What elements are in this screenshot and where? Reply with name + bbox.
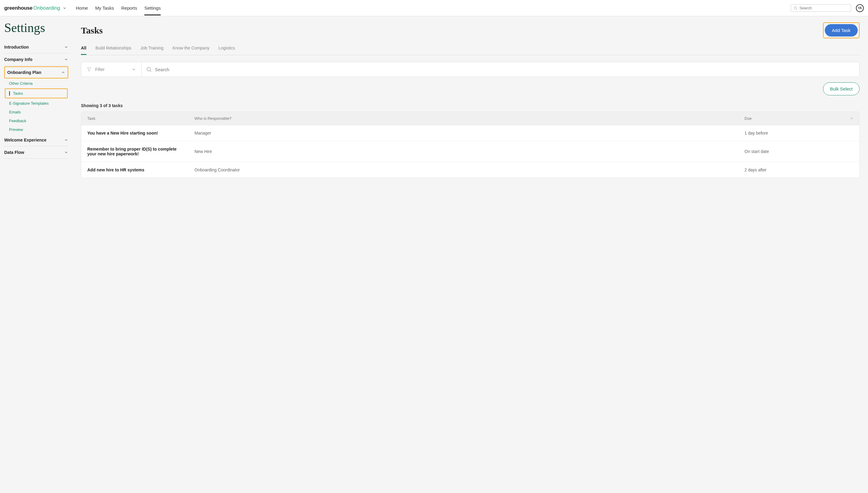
task-search-input[interactable] — [155, 67, 855, 72]
svg-line-4 — [150, 71, 151, 72]
logo-main-text: greenhouse — [4, 5, 32, 11]
sidebar-tasks-label: Tasks — [9, 91, 67, 95]
nav-right: YA — [791, 4, 864, 12]
tab-logistics[interactable]: Logistics — [218, 46, 235, 55]
table-row[interactable]: Remember to bring proper ID(S) to comple… — [81, 141, 859, 162]
filter-dropdown[interactable]: Filter — [81, 62, 142, 77]
tab-know-the-company[interactable]: Know the Company — [173, 46, 209, 55]
chevron-down-icon — [64, 45, 68, 49]
tasks-table: Task Who is Responsible? Due You have a … — [81, 112, 860, 178]
cell-due: 1 day before — [739, 125, 859, 141]
sidebar-preview[interactable]: Preview — [4, 125, 68, 134]
sidebar-data-flow[interactable]: Data Flow — [4, 146, 68, 159]
chevron-up-icon — [61, 70, 65, 74]
sidebar-emails[interactable]: Emails — [4, 108, 68, 116]
task-search[interactable] — [142, 62, 859, 77]
global-search-input[interactable] — [800, 6, 850, 10]
bulk-select-button[interactable]: Bulk Select — [823, 82, 860, 95]
cell-task: Remember to bring proper ID(S) to comple… — [81, 141, 188, 162]
logo[interactable]: greenhouse Onboarding — [4, 5, 67, 11]
nav-my-tasks[interactable]: My Tasks — [95, 1, 114, 15]
page-title: Settings — [4, 21, 68, 35]
sidebar-welcome-experience[interactable]: Welcome Experience — [4, 134, 68, 146]
sidebar-welcome-experience-label: Welcome Experience — [4, 137, 46, 143]
bulk-row: Bulk Select — [81, 82, 860, 95]
col-due[interactable]: Due — [739, 112, 859, 125]
tab-build-relationships[interactable]: Build Relationships — [96, 46, 132, 55]
search-icon — [793, 6, 798, 10]
svg-point-0 — [794, 7, 796, 9]
sidebar-data-flow-label: Data Flow — [4, 150, 24, 155]
filter-row: Filter — [81, 62, 860, 77]
cell-responsible: Manager — [188, 125, 739, 141]
table-row[interactable]: Add new hire to HR systems Onboarding Co… — [81, 162, 859, 178]
sort-asc-icon — [850, 117, 853, 120]
cell-due: On start date — [739, 141, 859, 162]
sidebar: Settings Introduction Company Info Onboa… — [0, 16, 73, 184]
chevron-down-icon — [64, 138, 68, 142]
global-search[interactable] — [791, 4, 851, 12]
sidebar-company-info-label: Company Info — [4, 57, 32, 62]
sidebar-tasks[interactable]: Tasks — [5, 88, 68, 98]
table-header: Task Who is Responsible? Due — [81, 112, 859, 125]
tab-job-training[interactable]: Job Training — [140, 46, 163, 55]
cell-responsible: New Hire — [188, 141, 739, 162]
tab-all[interactable]: All — [81, 46, 86, 55]
top-nav: greenhouse Onboarding Home My Tasks Repo… — [0, 0, 868, 16]
results-count: Showing 3 of 3 tasks — [81, 103, 860, 108]
add-task-highlight: Add Task — [823, 22, 860, 38]
cell-due: 2 days after — [739, 162, 859, 178]
filter-label: Filter — [95, 67, 128, 72]
sidebar-company-info[interactable]: Company Info — [4, 53, 68, 66]
cell-task: Add new hire to HR systems — [81, 162, 188, 178]
nav-reports[interactable]: Reports — [121, 1, 137, 15]
avatar[interactable]: YA — [856, 4, 864, 12]
nav-links: Home My Tasks Reports Settings — [76, 1, 161, 15]
main-title: Tasks — [81, 25, 103, 36]
table-row[interactable]: You have a New Hire starting soon! Manag… — [81, 125, 859, 141]
sidebar-onboarding-plan[interactable]: Onboarding Plan — [4, 66, 68, 79]
logo-sub-text: Onboarding — [33, 5, 60, 11]
cell-responsible: Onboarding Coordinator — [188, 162, 739, 178]
sidebar-onboarding-plan-label: Onboarding Plan — [7, 70, 41, 75]
main-header: Tasks Add Task — [81, 22, 860, 38]
chevron-down-icon — [64, 150, 68, 154]
sidebar-feedback[interactable]: Feedback — [4, 116, 68, 125]
chevron-down-icon — [64, 57, 68, 62]
filter-icon — [87, 67, 92, 72]
cell-task: You have a New Hire starting soon! — [81, 125, 188, 141]
sidebar-introduction-label: Introduction — [4, 45, 29, 49]
nav-settings[interactable]: Settings — [144, 1, 161, 15]
sidebar-introduction[interactable]: Introduction — [4, 41, 68, 53]
nav-home[interactable]: Home — [76, 1, 88, 15]
svg-line-1 — [796, 9, 797, 10]
svg-marker-2 — [87, 68, 91, 71]
chevron-down-icon[interactable] — [62, 6, 67, 10]
search-icon — [146, 66, 152, 72]
chevron-down-icon — [132, 67, 136, 71]
task-category-tabs: All Build Relationships Job Training Kno… — [81, 46, 860, 55]
add-task-button[interactable]: Add Task — [825, 24, 858, 37]
col-responsible[interactable]: Who is Responsible? — [188, 112, 739, 125]
col-task[interactable]: Task — [81, 112, 188, 125]
sidebar-other-criteria[interactable]: Other Criteria — [4, 79, 68, 88]
main-content: Tasks Add Task All Build Relationships J… — [73, 16, 868, 184]
col-due-label: Due — [745, 116, 752, 121]
sidebar-esignature-templates[interactable]: E-Signature Templates — [4, 99, 68, 108]
svg-point-3 — [147, 67, 150, 71]
